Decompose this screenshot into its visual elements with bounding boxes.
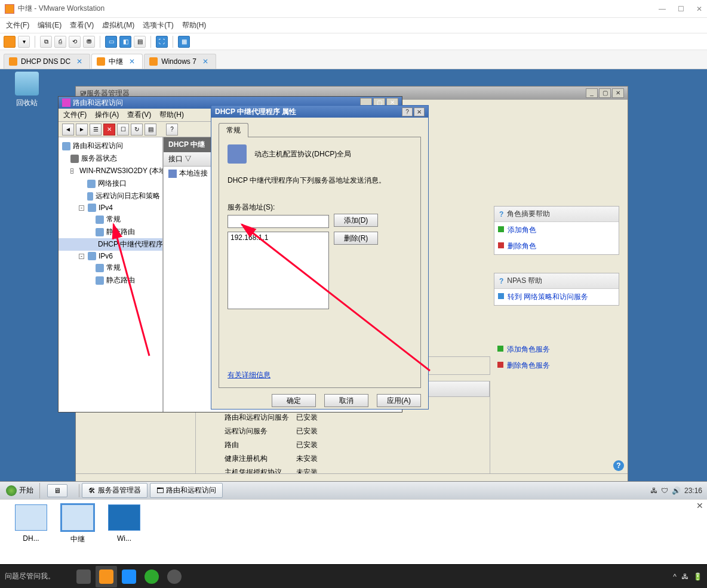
system-tray[interactable]: 🖧 🛡 🔊 23:16 — [645, 487, 707, 495]
more-info-link[interactable]: 有关详细信息 — [228, 370, 270, 380]
menu-vm[interactable]: 虚拟机(M) — [102, 20, 134, 30]
close-icon[interactable]: ✕ — [76, 57, 82, 66]
quicklaunch-button[interactable]: 🖥 — [47, 484, 67, 497]
tree-root[interactable]: 路由和远程访问 — [59, 140, 162, 152]
tree-ipv6-general[interactable]: 常规 — [59, 261, 162, 274]
tb-delete-button[interactable]: ✕ — [103, 124, 115, 136]
tray-battery-icon[interactable]: 🔋 — [693, 572, 702, 581]
expand-icon[interactable]: - — [79, 254, 84, 259]
tree-network-interfaces[interactable]: 网络接口 — [59, 177, 162, 190]
remove-role-service-link[interactable]: 删除角色服务 — [494, 358, 619, 374]
help-button[interactable]: ? — [402, 107, 413, 116]
tab-dhcp-dns-dc[interactable]: DHCP DNS DC ✕ — [4, 54, 90, 69]
host-tray[interactable]: ^ 🖧 🔋 — [673, 572, 702, 581]
expand-icon[interactable]: - — [70, 168, 73, 174]
menu-view[interactable]: 查看(V) — [127, 110, 151, 120]
taskbar-vmware[interactable] — [96, 566, 117, 587]
menu-edit[interactable]: 编辑(E) — [38, 20, 62, 30]
tree-ipv4-static-routes[interactable]: 静态路由 — [59, 226, 162, 238]
start-button[interactable]: 开始 — [0, 483, 40, 498]
table-row[interactable]: 健康注册机构未安装 — [196, 452, 490, 466]
tray-security-icon[interactable]: 🛡 — [661, 487, 668, 495]
cancel-button[interactable]: 取消 — [324, 394, 368, 407]
tree-ipv6-static-routes[interactable]: 静态路由 — [59, 274, 162, 287]
add-role-service-link[interactable]: 添加角色服务 — [494, 341, 619, 358]
tree-server-status[interactable]: 服务器状态 — [59, 152, 162, 165]
tb-send-ctrlaltdel-button[interactable]: ⧉ — [40, 36, 52, 48]
tray-network-icon[interactable]: 🖧 — [681, 572, 688, 581]
thumbbar-close-button[interactable]: ✕ — [696, 501, 703, 510]
remove-role-link[interactable]: 删除角色 — [494, 238, 619, 254]
table-row[interactable]: 远程访问服务已安装 — [196, 424, 490, 438]
tab-windows7[interactable]: Windows 7 ✕ — [144, 54, 216, 69]
tb-revert-button[interactable]: ⟲ — [69, 36, 81, 48]
vmware-maximize-button[interactable]: ☐ — [678, 5, 684, 13]
thumb-windows7[interactable]: Wi... — [106, 504, 142, 552]
apply-button[interactable]: 应用(A) — [377, 394, 421, 407]
table-row[interactable]: 路由已安装 — [196, 438, 490, 452]
menu-view[interactable]: 查看(V) — [70, 20, 94, 30]
ok-button[interactable]: 确定 — [272, 394, 316, 407]
menu-tabs[interactable]: 选项卡(T) — [143, 20, 173, 30]
tray-sound-icon[interactable]: 🔊 — [672, 487, 681, 495]
tab-general[interactable]: 常规 — [219, 123, 248, 137]
taskbar-wps[interactable] — [118, 566, 140, 587]
menu-action[interactable]: 操作(A) — [95, 110, 119, 120]
taskbar-browser[interactable] — [141, 566, 162, 587]
table-row[interactable]: 路由和远程访问服务已安装 — [196, 411, 490, 424]
delete-button[interactable]: 删除(R) — [334, 232, 378, 245]
tab-relay[interactable]: 中继 ✕ — [91, 54, 143, 69]
tree-dhcp-relay[interactable]: DHCP 中继代理程序 — [59, 238, 162, 251]
tray-up-icon[interactable]: ^ — [673, 572, 677, 581]
tray-network-icon[interactable]: 🖧 — [650, 487, 657, 495]
add-role-link[interactable]: 添加角色 — [494, 222, 619, 238]
menu-help[interactable]: 帮助(H) — [159, 110, 184, 120]
goto-npas-link[interactable]: 转到 网络策略和访问服务 — [494, 289, 619, 305]
context-help-icon[interactable]: ? — [613, 460, 624, 471]
server-entry[interactable]: 192.168.1.1 — [230, 233, 326, 242]
tb-thumb-button[interactable]: ▤ — [134, 36, 146, 48]
tb-help-button[interactable]: ? — [166, 124, 178, 136]
minimize-button[interactable]: _ — [586, 88, 598, 98]
tb-dropdown-button[interactable]: ▾ — [18, 36, 30, 48]
task-rra[interactable]: 🗔路由和远程访问 — [150, 483, 223, 498]
tb-manage-button[interactable]: ⛃ — [83, 36, 95, 48]
tree-server-node[interactable]: -WIN-RNZWS3IO2DY (本地) — [59, 165, 162, 177]
task-view-button[interactable] — [73, 566, 94, 587]
add-button[interactable]: 添加(D) — [334, 214, 378, 227]
menu-file[interactable]: 文件(F) — [63, 110, 87, 120]
server-address-list[interactable]: 192.168.1.1 — [228, 232, 329, 309]
maximize-button[interactable]: ▢ — [599, 88, 611, 98]
thumb-relay[interactable]: 中继 — [60, 504, 96, 552]
tree-ipv4-general[interactable]: 常规 — [59, 213, 162, 226]
taskbar-app[interactable] — [164, 566, 185, 587]
recycle-bin[interactable]: 回收站 — [9, 72, 45, 108]
tb-properties-button[interactable]: ☐ — [117, 124, 129, 136]
close-icon[interactable]: ✕ — [129, 57, 135, 66]
tree-ipv4[interactable]: -IPv4 — [59, 202, 162, 213]
dialog-titlebar[interactable]: DHCP 中继代理程序 属性 ? ✕ — [211, 106, 428, 118]
menu-help[interactable]: 帮助(H) — [182, 20, 207, 30]
close-icon[interactable]: ✕ — [202, 57, 208, 66]
tb-fullscreen-button[interactable]: ⛶ — [156, 36, 168, 48]
tb-back-button[interactable]: ◄ — [62, 124, 74, 136]
tb-library-button[interactable]: ▦ — [178, 36, 190, 48]
vmware-close-button[interactable]: ✕ — [696, 5, 702, 13]
tray-clock[interactable]: 23:16 — [684, 487, 702, 495]
vmware-minimize-button[interactable]: — — [659, 5, 666, 13]
task-server-manager[interactable]: 🛠服务器管理器 — [82, 483, 147, 498]
tb-fwd-button[interactable]: ► — [76, 124, 88, 136]
tb-up-button[interactable]: ☰ — [90, 124, 102, 136]
server-address-input[interactable] — [228, 215, 329, 228]
tree-remote-access-log[interactable]: 远程访问日志和策略 — [59, 190, 162, 202]
tb-snapshot-button[interactable]: ⎙ — [54, 36, 66, 48]
tb-refresh-button[interactable]: ↻ — [131, 124, 143, 136]
tree-ipv6[interactable]: -IPv6 — [59, 251, 162, 261]
thumb-dhcp-dns-dc[interactable]: DH... — [13, 504, 49, 552]
tb-guestview-button[interactable]: ▭ — [105, 36, 117, 48]
tb-poweron-button[interactable] — [4, 36, 16, 48]
close-button[interactable]: ✕ — [414, 107, 425, 116]
cortana-hint[interactable]: 问题尽管问我。 — [5, 571, 55, 581]
tb-export-button[interactable]: ▤ — [145, 124, 156, 136]
expand-icon[interactable]: - — [79, 205, 84, 211]
